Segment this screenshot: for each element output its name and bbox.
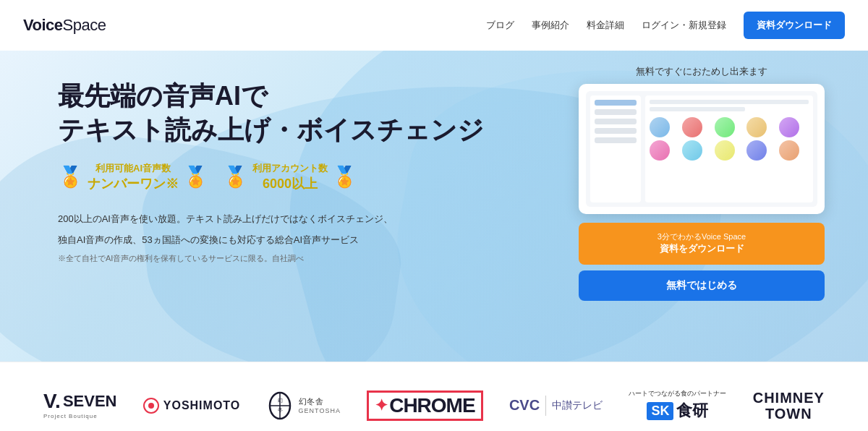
- avatar-1: [650, 117, 670, 137]
- hero-title-line1: 最先端の音声AIで: [58, 81, 268, 111]
- card-label: 無料ですぐにおためし出来ます: [579, 65, 825, 78]
- nav: ブログ 事例紹介 料金詳細 ログイン・新規登録 資料ダウンロード: [486, 12, 845, 39]
- chimney-main: CHIMNEY TOWN: [753, 390, 825, 422]
- avatar-5: [779, 117, 799, 137]
- screenshot-sidebar: [590, 95, 641, 202]
- sidebar-mock-1: [595, 100, 637, 106]
- nav-login[interactable]: ログイン・新規登録: [642, 19, 726, 32]
- avatars-grid: [650, 117, 809, 161]
- badge-accounts: 🏅 利用アカウント数 6000以上 🏅: [223, 162, 357, 193]
- hero-badges: 🏅 利用可能AI音声数 ナンバーワン※ 🏅 🏅 利用アカウント数 6000以上 …: [58, 162, 484, 193]
- hero-desc-1: 200以上のAI音声を使い放題。テキスト読み上げだけではなくボイスチェンジ、: [58, 210, 484, 227]
- badge2-value: 6000以上: [252, 175, 328, 193]
- cvc-divider: [545, 396, 546, 416]
- shokuken-sk: SK: [647, 402, 673, 420]
- nav-case[interactable]: 事例紹介: [532, 19, 569, 32]
- avatar-8: [715, 140, 735, 161]
- logo-chimney-town: CHIMNEY TOWN: [753, 390, 825, 422]
- hero-desc-2: 独自AI音声の作成、53ヵ国語への変換にも対応する総合AI音声サービス: [58, 231, 484, 248]
- laurel-right-1: 🏅: [183, 167, 208, 187]
- avatar-9: [746, 140, 767, 161]
- seven-main: V. SEVEN: [43, 391, 116, 411]
- avatar-2: [682, 117, 702, 137]
- shokuken-logo-group: ハートでつながる食のパートナー SK 食研: [629, 389, 726, 422]
- cvc-sub: 中讃テレビ: [552, 399, 603, 412]
- avatar-10: [779, 140, 799, 161]
- logo-yoshimoto: YOSHIMOTO: [143, 398, 241, 414]
- line-mock-1: [650, 100, 809, 104]
- seven-text: SEVEN: [63, 393, 117, 409]
- hero-note: ※全て自社でAI音声の権利を保有しているサービスに限る。自社調べ: [58, 253, 484, 264]
- badge2-text: 利用アカウント数 6000以上: [252, 162, 328, 193]
- chimney-text1: CHIMNEY: [753, 390, 825, 406]
- app-screenshot: [579, 84, 825, 214]
- hero-title-line2: テキスト読み上げ・ボイスチェンジ: [58, 115, 484, 145]
- shokuken-top: ハートでつながる食のパートナー: [629, 389, 726, 398]
- sidebar-mock-2: [595, 109, 637, 115]
- gentosha-text-group: 幻冬舎 GENTOSHA: [299, 396, 341, 414]
- seven-v: V.: [43, 391, 61, 411]
- laurel-left-2: 🏅: [223, 167, 248, 187]
- logo-shokuken: ハートでつながる食のパートナー SK 食研: [629, 389, 726, 422]
- logo-gentosha: 幻 冬 幻冬舎 GENTOSHA: [267, 390, 341, 422]
- sidebar-mock-4: [595, 128, 637, 134]
- seven-sub: Project Boutique: [43, 413, 98, 419]
- logos-section: V. SEVEN Project Boutique YOSHIMOTO 幻 冬: [0, 362, 868, 431]
- chimney-text2: TOWN: [765, 406, 812, 422]
- svg-text:幻: 幻: [277, 398, 282, 403]
- sidebar-mock-5: [595, 137, 637, 143]
- cvc-text: CVC: [509, 397, 540, 414]
- logo-cvc: CVC 中讃テレビ: [509, 396, 603, 416]
- card-start-button[interactable]: 無料ではじめる: [579, 270, 825, 301]
- laurel-right-2: 🏅: [332, 167, 357, 187]
- gentosha-roman: GENTOSHA: [299, 407, 341, 414]
- hero-title: 最先端の音声AIで テキスト読み上げ・ボイスチェンジ: [58, 80, 484, 148]
- shokuken-kanji: 食研: [676, 400, 708, 422]
- card-download-button[interactable]: 3分でわかるVoice Space 資料をダウンロード: [579, 223, 825, 265]
- avatar-6: [650, 140, 670, 161]
- logo-chrome: ✦ CHROME: [367, 391, 482, 421]
- sidebar-mock-3: [595, 119, 637, 124]
- nav-blog[interactable]: ブログ: [486, 19, 514, 32]
- nav-pricing[interactable]: 料金詳細: [587, 19, 624, 32]
- header: VoiceSpace ブログ 事例紹介 料金詳細 ログイン・新規登録 資料ダウン…: [0, 0, 868, 51]
- badge1-text: 利用可能AI音声数 ナンバーワン※: [88, 162, 179, 193]
- seven-logo-group: V. SEVEN Project Boutique: [43, 391, 116, 419]
- cvc-logo-group: CVC 中讃テレビ: [509, 396, 603, 416]
- avatar-3: [715, 117, 735, 137]
- hero-section: 最先端の音声AIで テキスト読み上げ・ボイスチェンジ 🏅 利用可能AI音声数 ナ…: [0, 51, 868, 362]
- badge1-value: ナンバーワン※: [88, 175, 179, 193]
- yoshimoto-text: YOSHIMOTO: [163, 399, 241, 412]
- chimney-logo-group: CHIMNEY TOWN: [753, 390, 825, 422]
- yoshimoto-logo-group: YOSHIMOTO: [143, 398, 241, 414]
- hero-card: 無料ですぐにおためし出来ます: [579, 65, 825, 301]
- yoshimoto-circle: [143, 398, 159, 414]
- gentosha-kanji: 幻冬舎: [299, 396, 341, 407]
- svg-text:冬: 冬: [277, 407, 282, 413]
- gentosha-icon: 幻 冬: [267, 390, 293, 422]
- screenshot-inner: [586, 91, 817, 207]
- avatar-7: [682, 140, 702, 161]
- gentosha-logo-group: 幻 冬 幻冬舎 GENTOSHA: [267, 390, 341, 422]
- card-btn-sub: 3分でわかるVoice Space: [587, 231, 816, 242]
- badge-voices: 🏅 利用可能AI音声数 ナンバーワン※ 🏅: [58, 162, 208, 193]
- yoshimoto-circle-inner: [148, 403, 154, 409]
- logo-space: Space: [63, 16, 106, 34]
- card-btn-main: 資料をダウンロード: [660, 243, 744, 254]
- chrome-icon-symbol: ✦: [375, 396, 388, 415]
- logo-seven: V. SEVEN Project Boutique: [43, 391, 116, 419]
- laurel-left-1: 🏅: [58, 167, 83, 187]
- download-button[interactable]: 資料ダウンロード: [744, 12, 845, 39]
- line-mock-2: [650, 107, 745, 111]
- hero-content: 最先端の音声AIで テキスト読み上げ・ボイスチェンジ 🏅 利用可能AI音声数 ナ…: [58, 80, 484, 264]
- screenshot-main: [645, 95, 813, 202]
- chrome-box: ✦ CHROME: [367, 391, 482, 421]
- chrome-text: CHROME: [389, 394, 475, 417]
- logo: VoiceSpace: [23, 16, 106, 35]
- avatar-4: [746, 117, 767, 137]
- shokuken-main: SK 食研: [647, 400, 708, 422]
